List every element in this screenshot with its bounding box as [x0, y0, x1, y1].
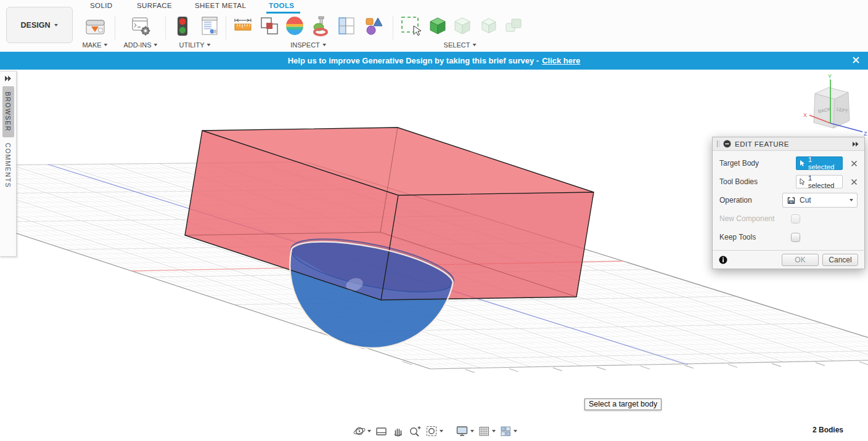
- toolbar-separator: [226, 16, 226, 39]
- zebra-analysis-icon[interactable]: [285, 16, 305, 37]
- target-body-label: Target Body: [719, 159, 796, 168]
- x-axis-label: X: [803, 112, 807, 118]
- utility-report-icon[interactable]: [200, 16, 219, 37]
- z-axis-label: Z: [864, 131, 867, 137]
- caret-down-icon: [104, 44, 108, 46]
- tool-bodies-row: Tool Bodies 1 selected: [713, 172, 864, 191]
- clear-tool-bodies-icon[interactable]: [851, 179, 858, 185]
- caret-down-icon: [207, 44, 210, 46]
- tab-sheet-metal[interactable]: SHEET METAL: [195, 2, 246, 9]
- select-edge-icon[interactable]: [479, 16, 499, 37]
- cancel-button[interactable]: Cancel: [822, 254, 858, 266]
- caret-down-icon: [322, 44, 326, 46]
- tab-tools[interactable]: TOOLS: [269, 2, 294, 9]
- select-component-icon[interactable]: [504, 16, 525, 37]
- validate-icon[interactable]: [311, 16, 331, 37]
- ok-button[interactable]: OK: [782, 254, 819, 266]
- info-icon[interactable]: [719, 256, 727, 264]
- top-toolbar: DESIGN SOLID SURFACE SHEET METAL TOOLS M…: [0, 0, 868, 52]
- dialog-footer: OK Cancel: [713, 250, 864, 269]
- caret-down-icon: [470, 430, 474, 432]
- keep-tools-label: Keep Tools: [719, 233, 791, 241]
- 3d-viewport[interactable]: BACK LEFT X Y Z BROWSER COMMENTS: [0, 70, 868, 441]
- edit-feature-dialog: EDIT FEATURE Target Body 1 selected: [712, 137, 865, 269]
- caret-down-icon: [514, 430, 517, 432]
- expand-panel-icon[interactable]: [4, 75, 12, 82]
- target-body-selection-button[interactable]: 1 selected: [796, 156, 843, 170]
- dialog-body: Target Body 1 selected Tool Bodies: [713, 151, 864, 250]
- measure-icon[interactable]: [233, 16, 253, 37]
- dialog-title: EDIT FEATURE: [735, 140, 848, 148]
- keep-tools-checkbox[interactable]: [791, 233, 800, 242]
- inspect-group-label[interactable]: INSPECT: [290, 41, 326, 49]
- drag-grip-icon[interactable]: [717, 140, 719, 147]
- utility-traffic-light-icon[interactable]: [174, 16, 190, 37]
- look-at-tool[interactable]: [375, 425, 388, 438]
- caret-down-icon: [154, 44, 158, 46]
- left-side-panel: BROWSER COMMENTS: [0, 71, 17, 257]
- tab-solid[interactable]: SOLID: [90, 2, 113, 9]
- active-tab-underline: [266, 12, 300, 14]
- browser-panel-label: BROWSER: [4, 92, 12, 132]
- select-window-icon[interactable]: [401, 16, 424, 38]
- addins-group-label[interactable]: ADD-INS: [123, 41, 157, 49]
- orbit-tool[interactable]: [353, 424, 371, 438]
- display-bodies-icon[interactable]: [364, 16, 384, 37]
- select-solid-body-icon[interactable]: [428, 16, 448, 37]
- dialog-header[interactable]: EDIT FEATURE: [713, 137, 864, 151]
- display-settings-tool[interactable]: [456, 424, 474, 438]
- banner-close-icon[interactable]: [852, 56, 860, 64]
- grid-settings-tool[interactable]: [478, 425, 496, 438]
- select-group-label[interactable]: SELECT: [444, 41, 477, 49]
- keep-tools-row: Keep Tools: [713, 228, 864, 246]
- comments-panel-tab[interactable]: COMMENTS: [2, 143, 14, 188]
- fusion-app-window: DESIGN SOLID SURFACE SHEET METAL TOOLS M…: [0, 0, 868, 441]
- workspace-label: DESIGN: [21, 21, 51, 30]
- section-analysis-icon[interactable]: [337, 16, 357, 37]
- zoom-tool[interactable]: [408, 424, 422, 438]
- cut-operation-icon: [787, 196, 796, 204]
- zoom-window-icon: [425, 425, 438, 438]
- viewports-tool[interactable]: [499, 425, 517, 438]
- operation-dropdown[interactable]: Cut: [782, 193, 858, 208]
- look-at-icon: [375, 425, 388, 438]
- collapse-dialog-icon[interactable]: [723, 140, 731, 148]
- pan-tool[interactable]: [391, 425, 404, 438]
- banner-message: Help us to improve Generative Design by …: [288, 56, 539, 65]
- grid-icon: [478, 425, 491, 438]
- toolbar-separator: [165, 16, 166, 39]
- viewports-icon: [499, 425, 512, 438]
- target-body-row: Target Body 1 selected: [713, 154, 864, 172]
- caret-down-icon: [54, 24, 58, 26]
- tab-surface[interactable]: SURFACE: [137, 2, 172, 9]
- new-component-checkbox: [791, 214, 800, 224]
- comments-panel-label: COMMENTS: [4, 143, 12, 188]
- caret-down-icon: [850, 199, 853, 201]
- banner-link[interactable]: Click here: [542, 56, 580, 65]
- navigation-bar: [353, 423, 517, 439]
- workspace-switcher-button[interactable]: DESIGN: [6, 7, 73, 43]
- zoom-window-tool[interactable]: [425, 425, 443, 438]
- clear-target-body-icon[interactable]: [851, 160, 858, 167]
- make-3d-print-icon[interactable]: [85, 16, 105, 37]
- browser-panel-tab[interactable]: BROWSER: [2, 86, 14, 137]
- interference-icon[interactable]: [260, 16, 280, 37]
- orbit-icon: [353, 424, 366, 438]
- toolbar-separator: [393, 16, 393, 39]
- utility-group-label[interactable]: UTILITY: [179, 41, 211, 49]
- bodies-count-status: 2 Bodies: [813, 426, 843, 434]
- cursor-icon: [800, 178, 805, 185]
- pan-hand-icon: [391, 425, 404, 438]
- selection-prompt-tooltip: Select a target body: [584, 399, 661, 410]
- pin-dialog-icon[interactable]: [852, 141, 860, 147]
- make-group-label[interactable]: MAKE: [82, 41, 107, 49]
- caret-down-icon: [440, 430, 443, 432]
- tool-bodies-selection-button[interactable]: 1 selected: [796, 175, 843, 188]
- select-face-icon[interactable]: [452, 16, 473, 37]
- operation-label: Operation: [719, 196, 782, 204]
- caret-down-icon: [472, 44, 476, 46]
- survey-banner: Help us to improve Generative Design by …: [0, 52, 868, 70]
- addins-scripts-icon[interactable]: [131, 16, 151, 37]
- view-cube[interactable]: BACK LEFT X Y Z: [803, 73, 867, 137]
- operation-row: Operation Cut: [713, 191, 864, 209]
